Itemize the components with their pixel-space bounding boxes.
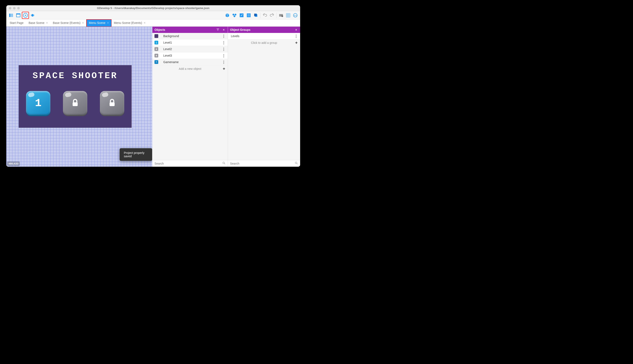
grid-icon[interactable] [284,12,292,19]
redo-icon[interactable] [268,12,275,19]
svg-rect-3 [16,14,20,14]
object-row-level1[interactable]: 1 Level1 ⋯ [152,40,228,46]
groups-panel-header: Object Groups × [228,27,300,33]
search-icon[interactable] [222,162,226,166]
objects-search-input[interactable] [154,162,222,165]
scene-canvas[interactable]: SPACE SHOOTER 1 466;433 [6,27,152,167]
toolbar-divider [260,12,260,18]
tab-label: Menu Scene (Events) [114,21,142,24]
tab-bar: Start Page Base Scene× Base Scene (Event… [6,20,300,27]
tab-menu-scene[interactable]: Menu Scene× [87,20,111,27]
more-icon[interactable]: ⋯ [222,60,226,64]
add-group-row[interactable]: Click to add a group + [228,40,300,46]
tab-label: Base Scene (Events) [53,21,81,24]
svg-rect-1 [11,14,13,17]
close-panel-icon[interactable]: × [222,28,226,32]
more-icon[interactable]: ⋯ [222,48,226,51]
close-icon[interactable]: × [46,21,48,24]
objects-panel-header: Objects × [152,27,228,33]
more-icon[interactable]: ⋯ [294,34,299,38]
cubes-icon[interactable] [231,12,238,19]
window-title: GDevelop 5 - /Users/dkarakay/Documents/G… [6,6,300,10]
toolbar: 1:1 [6,11,300,20]
groups-panel: Object Groups × Levels ⋯ Click to add a … [228,27,300,167]
shine-decoration [65,92,72,98]
svg-rect-26 [73,102,78,106]
svg-rect-29 [156,56,157,56]
cube-icon[interactable] [224,12,231,19]
traffic-lights [9,7,20,10]
edit-icon[interactable] [238,12,245,19]
svg-rect-5 [32,14,33,16]
svg-rect-28 [156,49,157,50]
group-row-levels[interactable]: Levels ⋯ [228,33,300,40]
plus-icon: + [295,40,298,45]
svg-point-18 [281,15,283,17]
svg-point-30 [223,162,225,164]
object-row-level2[interactable]: Level2 ⋯ [152,46,228,52]
filter-icon[interactable] [216,28,220,32]
tab-start-page[interactable]: Start Page [7,20,26,27]
object-row-background[interactable]: Background ⋯ [152,33,228,40]
level-3-button[interactable] [100,91,124,115]
traffic-close[interactable] [9,7,11,10]
more-icon[interactable]: ⋯ [222,41,226,44]
more-icon[interactable]: ⋯ [222,34,226,38]
more-icon[interactable]: ⋯ [222,54,226,57]
list-icon[interactable] [245,12,252,19]
tab-base-scene[interactable]: Base Scene× [26,20,50,27]
project-panel-icon[interactable] [8,12,15,19]
add-group-label: Click to add a group [251,41,277,44]
search-icon[interactable] [295,162,298,166]
shine-decoration [102,92,109,98]
plus-icon: + [223,66,225,71]
lock-icon [70,98,80,108]
object-thumb [154,47,158,51]
group-label: Levels [231,34,295,38]
app-window: GDevelop 5 - /Users/dkarakay/Documents/G… [6,5,300,167]
panel-title: Objects [154,28,165,32]
groups-search [228,160,300,167]
object-row-gamename[interactable]: T Gamename ⋯ [152,59,228,66]
close-icon[interactable]: × [107,21,109,24]
scene-background[interactable]: SPACE SHOOTER 1 [19,66,131,128]
svg-text:1:1: 1:1 [294,14,296,16]
debug-icon[interactable] [29,12,36,19]
groups-search-input[interactable] [230,162,295,165]
add-object-row[interactable]: Add a new object + [152,66,228,72]
close-panel-icon[interactable]: × [294,28,298,32]
object-label: Background [163,34,222,38]
level-1-button[interactable]: 1 [26,91,50,115]
level-number: 1 [35,97,41,110]
window-icon[interactable] [15,12,22,19]
add-object-label: Add a new object [179,67,201,70]
tab-label: Menu Scene [89,21,106,24]
level-2-button[interactable] [63,91,87,115]
traffic-min[interactable] [13,7,16,10]
tab-label: Base Scene [29,21,45,24]
tab-label: Start Page [10,21,24,24]
layers-icon[interactable] [252,12,259,19]
svg-rect-16 [254,14,257,16]
objects-panel: Objects × Background ⋯ 1 Level1 ⋯ [152,27,228,167]
svg-line-31 [224,164,225,164]
undo-icon[interactable] [261,12,268,19]
object-label: Gamename [163,60,222,64]
play-button[interactable] [22,12,29,19]
object-thumb [154,34,158,38]
tab-base-scene-events[interactable]: Base Scene (Events)× [50,20,87,27]
close-icon[interactable]: × [144,21,145,24]
close-icon[interactable]: × [82,21,84,24]
zoom-reset-icon[interactable]: 1:1 [292,12,299,19]
svg-rect-27 [110,102,115,106]
svg-line-33 [297,164,297,164]
traffic-max[interactable] [17,7,20,10]
tab-menu-scene-events[interactable]: Menu Scene (Events)× [111,20,148,27]
svg-rect-0 [9,14,11,17]
panel-title: Object Groups [230,28,250,32]
groups-list: Levels ⋯ Click to add a group + [228,33,300,160]
lock-icon [107,98,117,108]
mask-icon[interactable] [277,12,284,19]
object-row-level3[interactable]: Level3 ⋯ [152,52,228,59]
object-label: Level2 [163,48,222,51]
